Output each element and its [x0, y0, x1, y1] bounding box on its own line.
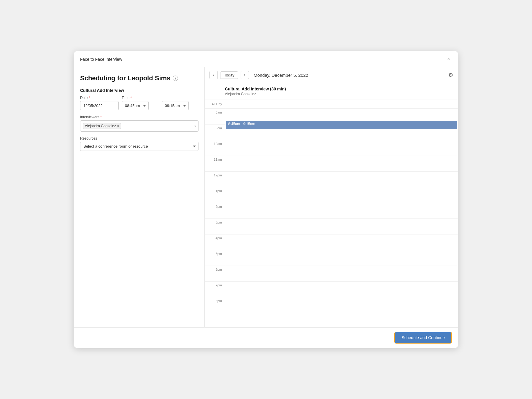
- right-panel: ‹ Today › Monday, December 5, 2022 ⚙ Cul…: [205, 67, 458, 327]
- time-row-12pm: 12pm: [205, 172, 458, 187]
- calendar-grid: All Day 8am 8:45am - 9:15am: [205, 100, 458, 327]
- info-icon[interactable]: i: [173, 76, 178, 81]
- modal: Face to Face Interview × Scheduling for …: [74, 51, 458, 348]
- time-row-7pm: 7pm: [205, 282, 458, 297]
- time-row-3pm: 3pm: [205, 219, 458, 234]
- time-content-4pm: [225, 234, 458, 250]
- gear-icon[interactable]: ⚙: [448, 72, 453, 78]
- calendar-event-block: 8:45am - 9:15am: [226, 121, 457, 129]
- tag-remove-icon[interactable]: ×: [117, 124, 119, 128]
- time-content-10am: [225, 140, 458, 156]
- time-start-select[interactable]: 08:45am: [122, 101, 149, 110]
- allday-row: All Day: [205, 100, 458, 109]
- time-label-10am: 10am: [205, 140, 225, 156]
- time-label-1pm: 1pm: [205, 187, 225, 203]
- time-row-4pm: 4pm: [205, 234, 458, 250]
- calendar-event-subtitle: Alejandro Gonzalez: [225, 92, 458, 96]
- time-label: Time *: [122, 96, 159, 100]
- scheduling-title: Scheduling for Leopold Sims i: [80, 74, 198, 82]
- time-content-5pm: [225, 250, 458, 266]
- calendar-prev-btn[interactable]: ‹: [209, 71, 218, 79]
- time-row-8pm: 8pm: [205, 297, 458, 313]
- resources-label: Resources: [80, 136, 198, 141]
- interviewers-required-star: *: [100, 115, 102, 119]
- time-content-8pm: [225, 297, 458, 313]
- calendar-next-btn[interactable]: ›: [241, 71, 249, 79]
- time-row-11am: 11am: [205, 156, 458, 172]
- resources-select[interactable]: Select a conference room or resource: [80, 142, 198, 151]
- time-end-label-spacer: [162, 96, 199, 100]
- time-label-2pm: 2pm: [205, 203, 225, 218]
- interviewers-dropdown-arrow: ▾: [194, 125, 196, 128]
- time-row-5pm: 5pm: [205, 250, 458, 266]
- time-label-8am: 8am: [205, 109, 225, 124]
- modal-header: Face to Face Interview ×: [74, 51, 458, 67]
- time-label-8pm: 8pm: [205, 297, 225, 313]
- time-start-wrapper: 08:45am: [122, 101, 159, 110]
- time-row-6pm: 6pm: [205, 266, 458, 282]
- time-label-5pm: 5pm: [205, 250, 225, 266]
- time-row-1pm: 1pm: [205, 187, 458, 203]
- calendar-date-label: Monday, December 5, 2022: [254, 73, 446, 78]
- calendar-header: ‹ Today › Monday, December 5, 2022 ⚙: [205, 67, 458, 83]
- time-content-6pm: [225, 266, 458, 281]
- date-field: Date *: [80, 96, 119, 110]
- modal-body: Scheduling for Leopold Sims i Cultural A…: [74, 67, 458, 327]
- date-time-row: Date * Time * 08:45am: [80, 96, 198, 110]
- time-label-6pm: 6pm: [205, 266, 225, 281]
- interviewer-tag: Alejandro Gonzalez ×: [83, 123, 121, 129]
- time-start-field: Time * 08:45am: [122, 96, 159, 110]
- time-label-9am: 9am: [205, 125, 225, 140]
- resources-group: Resources Select a conference room or re…: [80, 136, 198, 151]
- calendar-event-title: Cultural Add Interview (30 min): [225, 87, 458, 91]
- modal-title: Face to Face Interview: [80, 57, 122, 62]
- allday-label: All Day: [205, 100, 225, 108]
- time-label-3pm: 3pm: [205, 219, 225, 234]
- time-label-4pm: 4pm: [205, 234, 225, 250]
- date-label: Date *: [80, 96, 119, 100]
- resources-wrapper: Select a conference room or resource: [80, 142, 198, 151]
- time-content-11am: [225, 156, 458, 171]
- close-icon[interactable]: ×: [445, 55, 452, 63]
- time-end-wrapper: 09:15am: [162, 101, 199, 110]
- time-row-2pm: 2pm: [205, 203, 458, 219]
- section-title: Cultural Add Interview: [80, 88, 198, 93]
- date-required-star: *: [89, 96, 90, 100]
- time-rows: 8am 8:45am - 9:15am 9am 10am: [205, 109, 458, 327]
- date-input[interactable]: [80, 101, 119, 110]
- modal-footer: Schedule and Continue: [74, 327, 458, 348]
- time-content-3pm: [225, 219, 458, 234]
- schedule-and-continue-button[interactable]: Schedule and Continue: [394, 332, 452, 344]
- time-required-star: *: [131, 96, 132, 100]
- calendar-today-btn[interactable]: Today: [220, 71, 238, 79]
- interviewers-label: Interviewers *: [80, 115, 198, 119]
- time-row-8am: 8am 8:45am - 9:15am: [205, 109, 458, 125]
- left-panel: Scheduling for Leopold Sims i Cultural A…: [74, 67, 205, 327]
- interviewers-group: Interviewers * Alejandro Gonzalez × ▾: [80, 115, 198, 132]
- time-end-select[interactable]: 09:15am: [162, 101, 189, 110]
- interviewers-input[interactable]: Alejandro Gonzalez × ▾: [80, 120, 198, 132]
- allday-content: [225, 100, 458, 108]
- time-content-1pm: [225, 187, 458, 203]
- time-label-11am: 11am: [205, 156, 225, 171]
- time-content-8am: 8:45am - 9:15am: [225, 109, 458, 124]
- time-label-7pm: 7pm: [205, 282, 225, 297]
- calendar-event-header: Cultural Add Interview (30 min) Alejandr…: [205, 83, 458, 100]
- time-content-2pm: [225, 203, 458, 218]
- time-end-field: 09:15am: [162, 96, 199, 110]
- time-row-10am: 10am: [205, 140, 458, 156]
- time-content-12pm: [225, 172, 458, 187]
- time-content-7pm: [225, 282, 458, 297]
- time-label-12pm: 12pm: [205, 172, 225, 187]
